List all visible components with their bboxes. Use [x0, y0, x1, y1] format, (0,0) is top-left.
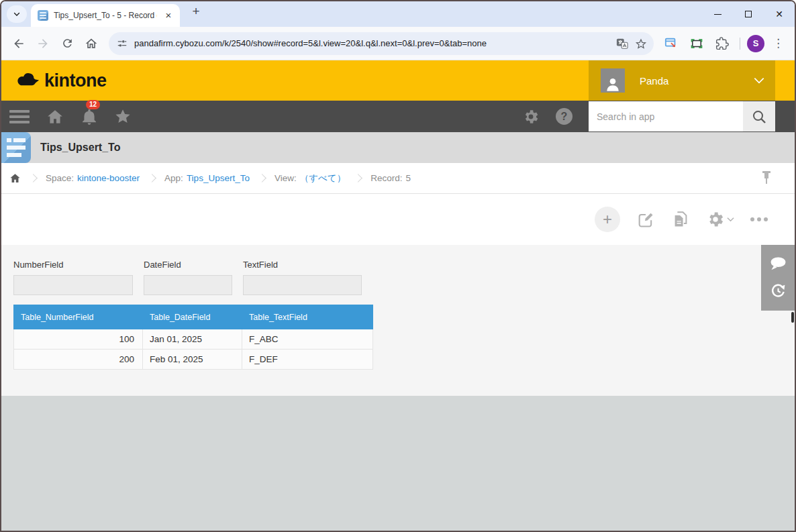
help-icon[interactable]: ? — [556, 108, 573, 125]
search-input[interactable] — [589, 101, 743, 131]
record-toolbar: + — [1, 194, 795, 245]
edit-record-button[interactable] — [636, 210, 655, 229]
browser-tab[interactable]: Tips_Upsert_To - 5 - Record det × — [31, 4, 180, 27]
cell-text: F_ABC — [242, 329, 373, 350]
url-text: pandafirm.cybozu.com/k/2540/show#record=… — [134, 38, 609, 48]
user-avatar-icon — [601, 68, 625, 93]
numberfield-input[interactable] — [13, 275, 133, 295]
record-fields: NumberField DateField TextField — [13, 260, 795, 295]
window-resizer-extension-icon[interactable] — [660, 33, 682, 54]
browser-window: Tips_Upsert_To - 5 - Record det × + ✕ pa… — [0, 0, 796, 532]
column-header: Table_TextField — [242, 305, 373, 329]
comment-bubble-icon — [769, 256, 787, 271]
search-button[interactable] — [743, 101, 775, 131]
address-bar[interactable]: pandafirm.cybozu.com/k/2540/show#record=… — [109, 32, 654, 55]
textfield-input[interactable] — [243, 275, 362, 295]
cell-number: 100 — [14, 329, 143, 350]
browser-menu-icon[interactable]: ⋮ — [768, 36, 788, 50]
field-textfield: TextField — [243, 260, 362, 295]
global-navigation: 12 ? — [1, 101, 795, 132]
add-record-button[interactable]: + — [595, 207, 620, 232]
chevron-down-icon — [754, 77, 764, 84]
kintone-header: kintone Panda — [1, 60, 795, 101]
page-footer — [1, 396, 795, 531]
breadcrumb-view-link[interactable]: （すべて） — [300, 172, 346, 184]
datefield-input[interactable] — [144, 275, 232, 295]
chevron-down-icon — [13, 10, 21, 18]
notifications-bell-icon[interactable]: 12 — [81, 108, 98, 125]
comments-button[interactable] — [769, 256, 787, 271]
profile-avatar[interactable]: S — [747, 35, 764, 52]
subtable-header-row: Table_NumberField Table_DateField Table_… — [14, 305, 373, 329]
column-header: Table_NumberField — [14, 305, 143, 329]
breadcrumb-app-link[interactable]: Tips_Upsert_To — [187, 173, 250, 183]
user-name: Panda — [640, 75, 668, 87]
hamburger-menu-icon[interactable] — [9, 110, 30, 123]
app-title-bar: Tips_Upsert_To — [1, 132, 795, 163]
app-icon[interactable] — [1, 132, 31, 163]
screen-capture-extension-icon[interactable] — [686, 33, 707, 54]
settings-gear-icon[interactable] — [522, 108, 540, 125]
new-tab-button[interactable]: + — [187, 3, 205, 21]
kintone-logo[interactable]: kintone — [15, 70, 107, 91]
tab-strip: Tips_Upsert_To - 5 - Record det × + ✕ — [1, 1, 795, 27]
breadcrumb-separator-icon — [148, 174, 156, 182]
field-datefield: DateField — [144, 260, 232, 295]
record-detail: NumberField DateField TextField Table_Nu… — [1, 245, 795, 396]
app-search — [589, 101, 775, 131]
change-history-button[interactable] — [770, 282, 787, 299]
tab-close-icon[interactable]: × — [162, 9, 175, 21]
copy-icon — [671, 210, 690, 229]
field-label: TextField — [243, 260, 362, 270]
chevron-down-icon — [727, 217, 734, 222]
history-clock-icon — [770, 282, 787, 299]
browser-toolbar: pandafirm.cybozu.com/k/2540/show#record=… — [1, 27, 795, 60]
breadcrumb-space-link[interactable]: kintone-booster — [77, 173, 140, 183]
breadcrumb-separator-icon — [258, 174, 266, 182]
breadcrumb-separator-icon — [29, 174, 38, 182]
duplicate-record-button[interactable] — [671, 210, 690, 229]
breadcrumb-space-label: Space: — [46, 173, 74, 183]
table-row: 200 Feb 01, 2025 F_DEF — [14, 350, 373, 370]
gear-icon — [706, 210, 725, 229]
kintone-app-favicon — [38, 10, 48, 21]
minimize-button[interactable] — [702, 1, 733, 27]
site-info-icon[interactable] — [117, 38, 128, 49]
window-controls: ✕ — [702, 1, 795, 27]
portal-home-icon[interactable] — [46, 108, 64, 125]
tab-title: Tips_Upsert_To - 5 - Record det — [54, 11, 157, 20]
field-numberfield: NumberField — [13, 260, 133, 295]
cell-text: F_DEF — [242, 350, 373, 370]
user-menu[interactable]: Panda — [589, 60, 775, 101]
breadcrumb-record-value: 5 — [405, 173, 411, 183]
back-button[interactable] — [8, 33, 30, 54]
favorites-star-icon[interactable] — [114, 108, 132, 125]
notification-count-badge: 12 — [86, 100, 100, 109]
close-button[interactable]: ✕ — [764, 1, 795, 27]
gnav-right: ? — [522, 101, 795, 131]
pin-icon[interactable] — [762, 171, 770, 184]
cell-date: Feb 01, 2025 — [143, 350, 242, 370]
breadcrumb-view-label: View: — [275, 173, 297, 183]
table-row: 100 Jan 01, 2025 F_ABC — [14, 329, 373, 350]
extensions-puzzle-icon[interactable] — [711, 33, 733, 54]
extension-icons: S ⋮ — [660, 33, 788, 54]
field-label: DateField — [144, 260, 232, 270]
toolbar-divider — [740, 38, 740, 50]
breadcrumb-separator-icon — [354, 174, 362, 182]
field-label: NumberField — [13, 260, 133, 270]
forward-button[interactable] — [32, 33, 54, 54]
record-settings-button[interactable] — [706, 210, 734, 229]
bookmark-star-icon[interactable] — [635, 38, 647, 50]
column-header: Table_DateField — [143, 305, 242, 329]
maximize-button[interactable] — [733, 1, 764, 27]
home-button[interactable] — [81, 33, 102, 54]
reload-button[interactable] — [56, 33, 78, 54]
breadcrumb-home-icon[interactable] — [9, 172, 21, 184]
tab-search-button[interactable] — [7, 5, 27, 23]
more-options-button[interactable] — [750, 217, 768, 221]
translate-icon[interactable] — [616, 38, 628, 50]
record-subtable: Table_NumberField Table_DateField Table_… — [13, 305, 373, 370]
record-side-tools — [761, 245, 795, 311]
scrollbar-thumb[interactable] — [791, 312, 794, 323]
